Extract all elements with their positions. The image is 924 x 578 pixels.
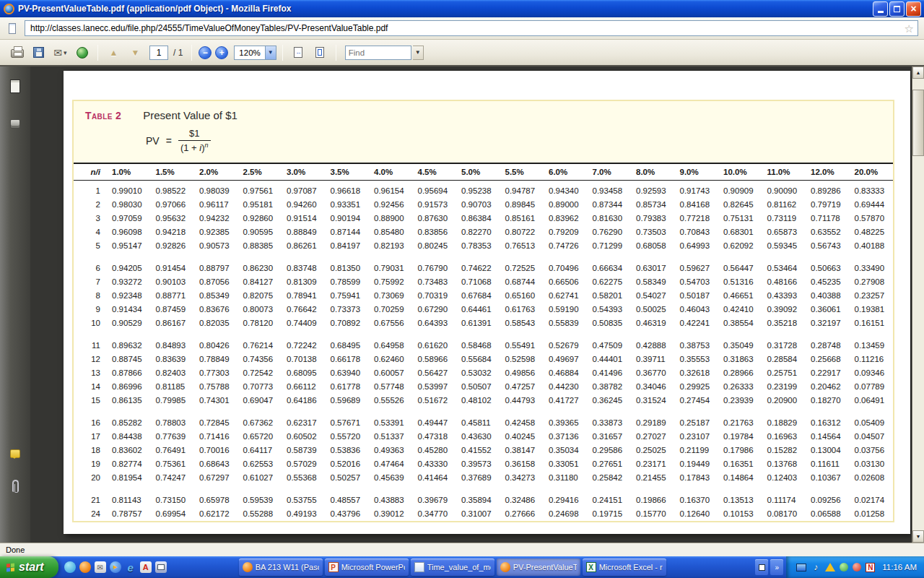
value-cell: 0.58543 [500, 316, 544, 330]
address-bar: ☆ [0, 17, 924, 40]
pv-table: n/i1.0%1.5%2.0%2.5%3.0%3.5%4.0%4.5%5.0%5… [74, 163, 893, 521]
bookmark-star-icon[interactable]: ☆ [905, 23, 914, 34]
pages-panel-button[interactable] [6, 77, 25, 95]
value-cell: 0.90573 [194, 239, 238, 253]
next-page-button[interactable]: ▼ [126, 43, 145, 63]
update-tray-icon[interactable] [840, 563, 848, 571]
value-cell: 0.62317 [282, 416, 326, 430]
value-cell: 0.92826 [151, 239, 195, 253]
zoom-level-select[interactable]: 120% ▼ [234, 46, 276, 60]
volume-tray-icon[interactable] [811, 562, 821, 572]
value-cell: 0.49447 [413, 416, 457, 430]
save-button[interactable] [29, 43, 48, 63]
acrobat-icon[interactable] [140, 561, 152, 573]
formula-exponent: n [204, 142, 208, 149]
internet-explorer-icon[interactable] [125, 561, 136, 573]
value-cell: 0.43883 [369, 493, 413, 507]
attachments-panel-button[interactable] [6, 476, 25, 495]
value-cell: 0.50507 [456, 380, 500, 394]
table-row: 60.942050.914540.887970.862300.837480.81… [74, 262, 893, 275]
task-button[interactable]: Time_value_of_mo... [411, 558, 494, 576]
value-cell: 0.57671 [326, 416, 370, 430]
network-tray-icon[interactable] [796, 564, 806, 571]
value-cell: 0.70138 [282, 353, 326, 366]
minimize-button[interactable] [873, 1, 888, 17]
value-cell: 0.03756 [850, 444, 894, 457]
print-button[interactable] [7, 43, 27, 63]
firefox-icon[interactable] [79, 561, 91, 573]
value-cell: 0.74247 [151, 471, 195, 485]
value-cell: 0.94205 [107, 262, 151, 275]
column-header: 2.0% [194, 163, 238, 181]
task-button[interactable]: Microsoft PowerPo... [325, 558, 409, 576]
value-cell: 0.83962 [544, 212, 588, 225]
maximize-button[interactable] [889, 1, 905, 17]
task-button[interactable]: PV-PresentValueT... [497, 558, 580, 576]
value-cell: 0.01258 [850, 507, 894, 521]
fit-width-button[interactable] [289, 43, 308, 63]
firefox-icon [4, 4, 14, 14]
fit-page-button[interactable] [310, 43, 330, 63]
scrollbar-track[interactable] [912, 79, 924, 530]
period-cell: 1 [74, 181, 107, 199]
scroll-down-button[interactable]: ▼ [912, 530, 924, 543]
value-cell: 0.23171 [631, 457, 675, 471]
scrollbar-thumb[interactable] [912, 90, 924, 156]
value-cell: 0.31007 [456, 507, 500, 521]
value-cell: 0.47464 [369, 457, 413, 471]
value-cell: 0.37136 [544, 430, 588, 444]
value-cell: 0.79209 [544, 225, 588, 239]
pv-formula: PV = $1 (1 + i)n [146, 128, 881, 153]
toolbar-separator [336, 45, 336, 61]
value-cell: 0.68301 [718, 225, 762, 239]
zoom-in-button[interactable]: + [215, 46, 228, 59]
url-input[interactable] [29, 22, 905, 34]
page-favicon-button[interactable] [4, 20, 20, 36]
bookmarks-panel-button[interactable] [6, 114, 25, 133]
scroll-up-button[interactable]: ▲ [912, 66, 924, 79]
value-cell: 0.66506 [544, 275, 588, 289]
find-dropdown-button[interactable]: ▼ [413, 46, 424, 60]
value-cell: 0.78120 [238, 316, 282, 330]
task-button[interactable]: Microsoft Excel - r... [583, 558, 666, 576]
zoom-dropdown-icon[interactable]: ▼ [265, 46, 276, 59]
show-desktop-icon[interactable] [155, 561, 167, 573]
value-cell: 0.94260 [282, 198, 326, 212]
vertical-scrollbar[interactable]: ▲ ▼ [912, 66, 924, 543]
value-cell: 0.89632 [107, 339, 151, 353]
value-cell: 0.54393 [588, 303, 632, 316]
taskbar-chevron-button[interactable]: » [770, 559, 783, 575]
value-cell: 0.09346 [850, 366, 894, 380]
value-cell: 0.81162 [762, 198, 806, 212]
search-web-button[interactable] [72, 43, 92, 63]
find-input[interactable] [345, 46, 411, 60]
page-number-input[interactable] [149, 46, 168, 60]
value-cell: 0.71299 [588, 239, 632, 253]
value-cell: 0.64117 [238, 444, 282, 457]
messenger-icon[interactable] [64, 561, 76, 573]
value-cell: 0.88771 [151, 289, 195, 303]
value-cell: 0.93458 [588, 181, 632, 199]
comments-panel-button[interactable] [6, 444, 25, 463]
zoom-out-button[interactable]: − [199, 46, 212, 59]
close-button[interactable]: × [906, 1, 921, 17]
email-button[interactable]: ✉▾ [51, 43, 70, 63]
start-button[interactable]: start [0, 556, 58, 578]
column-header: 5.5% [500, 163, 544, 181]
value-cell: 0.83639 [151, 353, 195, 366]
task-button[interactable]: BA 213 W11 (Pasc... [239, 558, 323, 576]
pdf-view[interactable]: Table 2 Present Value of $1 PV = $1 (1 +… [30, 66, 912, 543]
norton-tray-icon[interactable] [866, 563, 875, 572]
shield-tray-icon[interactable] [825, 563, 835, 571]
previous-page-button[interactable]: ▲ [104, 43, 123, 63]
value-cell: 0.63940 [326, 366, 370, 380]
taskbar-toolbar-button[interactable] [755, 559, 768, 575]
security-tray-icon[interactable] [853, 563, 861, 571]
value-cell: 0.64461 [456, 303, 500, 316]
value-cell: 0.59627 [675, 262, 719, 275]
value-cell: 0.38147 [500, 444, 544, 457]
value-cell: 0.92348 [107, 289, 151, 303]
mail-icon[interactable] [95, 561, 106, 573]
pdf-sidebar [0, 66, 30, 543]
media-player-icon[interactable] [110, 561, 121, 573]
